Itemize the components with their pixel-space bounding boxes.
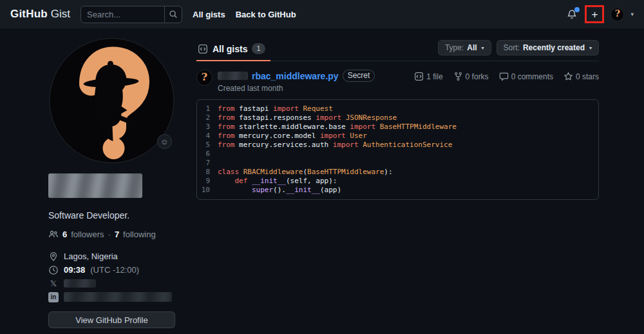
location-text: Lagos, Nigeria [64, 251, 118, 261]
sort-filter-label: Sort: [504, 43, 520, 52]
code-line: 10 super().__init__(app) [197, 186, 598, 195]
code-line: 6 [197, 150, 598, 159]
fork-count-label: 0 forks [466, 72, 489, 81]
tab-all-gists[interactable]: All gists 1 [196, 40, 270, 61]
tab-count-badge: 1 [252, 43, 265, 54]
secret-badge: Secret [343, 70, 375, 82]
redacted-x-handle [64, 279, 96, 288]
x-twitter-icon: 𝕏 [48, 279, 59, 288]
comment-count[interactable]: 0 comments [499, 72, 553, 81]
file-count[interactable]: 1 file [414, 72, 442, 81]
line-number: 2 [197, 113, 218, 123]
following-count: 7 [115, 230, 119, 239]
search-box [80, 6, 182, 23]
local-time: 09:38 [64, 265, 85, 275]
view-github-profile-label: View GitHub Profile [75, 315, 147, 325]
gist-owner-avatar[interactable]: ? [196, 70, 213, 86]
fork-count[interactable]: 0 forks [453, 72, 489, 81]
comment-icon [499, 72, 509, 81]
file-count-label: 1 file [426, 72, 442, 81]
redacted-display-name [48, 173, 142, 198]
followers-label: followers [71, 230, 104, 239]
navbar: GitHub Gist All gists Back to GitHub [0, 0, 644, 28]
set-status-button[interactable]: ☺ [157, 134, 172, 149]
filter-controls: Type: All ▾ Sort: Recently created ▾ [438, 40, 599, 61]
line-number: 1 [197, 104, 218, 113]
line-number: 4 [197, 132, 218, 141]
gist-title-block: rbac_middleware.py Secret Created last m… [218, 70, 375, 93]
line-number: 8 [197, 168, 218, 177]
tab-all-gists-label: All gists [213, 44, 247, 54]
gist-code-preview[interactable]: 1from fastapi import Request2from fastap… [196, 99, 599, 200]
comment-count-label: 0 comments [511, 72, 553, 81]
clock-icon [48, 265, 59, 275]
code-line: 9 def __init__(self, app): [197, 177, 598, 186]
line-number: 10 [197, 186, 218, 195]
location-row: Lagos, Nigeria [48, 250, 175, 263]
line-number: 5 [197, 141, 218, 150]
search-icon [169, 10, 178, 19]
redacted-gist-owner-name [218, 72, 248, 80]
gist-list-item: ? rbac_middleware.py Secret Created last… [196, 70, 599, 200]
code-line: 4from mercury.core.model import User [197, 132, 598, 141]
avatar-question-glyph: ? [202, 72, 207, 83]
star-count-label: 0 stars [576, 72, 599, 81]
profile-avatar[interactable]: ☺ [48, 37, 175, 164]
profile-details: Lagos, Nigeria 09:38 (UTC -12:00) 𝕏 in [48, 250, 175, 304]
view-github-profile-button[interactable]: View GitHub Profile [48, 311, 175, 328]
star-count[interactable]: 0 stars [564, 72, 599, 81]
sort-filter-dropdown[interactable]: Sort: Recently created ▾ [497, 40, 599, 55]
type-filter-value: All [467, 43, 477, 52]
followers-count: 6 [62, 230, 67, 239]
code-line: 1from fastapi import Request [197, 104, 598, 113]
gist-header: ? rbac_middleware.py Secret Created last… [196, 70, 599, 93]
plus-icon: + [592, 9, 598, 20]
code-line: 8class RBACMiddleware(BaseHTTPMiddleware… [197, 168, 598, 177]
gist-created-timestamp: Created last month [218, 84, 375, 93]
logo-gist-text: Gist [51, 8, 70, 21]
sherlock-question-avatar-image [48, 37, 175, 164]
code-line: 2from fastapi.responses import JSONRespo… [197, 113, 598, 123]
code-line: 7 [197, 159, 598, 168]
timezone: (UTC -12:00) [90, 265, 139, 275]
profile-sidebar: ☺ Software Developer. 6 followers · 7 fo… [48, 37, 175, 328]
x-social-row[interactable]: 𝕏 [48, 277, 175, 290]
chevron-down-icon: ▾ [589, 45, 592, 51]
gists-tab-bar: All gists 1 Type: All ▾ Sort: Recently c… [196, 40, 599, 61]
gist-filename-link[interactable]: rbac_middleware.py [252, 71, 339, 81]
type-filter-dropdown[interactable]: Type: All ▾ [438, 40, 491, 55]
sort-filter-value: Recently created [523, 43, 585, 52]
linkedin-social-row[interactable]: in [48, 290, 175, 304]
line-number: 6 [197, 150, 218, 159]
chevron-down-icon: ▾ [482, 45, 484, 51]
github-gist-logo[interactable]: GitHub Gist [10, 8, 70, 21]
notification-dot [574, 7, 580, 12]
line-number: 7 [197, 159, 218, 168]
new-gist-button[interactable]: + [585, 5, 604, 23]
code-line: 5from mercury.services.auth import Authe… [197, 141, 598, 150]
code-lines: 1from fastapi import Request2from fastap… [197, 104, 598, 195]
line-number: 3 [197, 123, 218, 132]
code-square-icon [198, 44, 208, 54]
type-filter-label: Type: [445, 43, 464, 52]
code-line: 3from starlette.middleware.base import B… [197, 123, 598, 132]
navbar-right-group: + ? ▾ [565, 5, 634, 23]
main-content: All gists 1 Type: All ▾ Sort: Recently c… [196, 40, 599, 328]
notifications-button[interactable] [565, 8, 578, 21]
star-icon [564, 72, 573, 81]
user-menu-caret-icon[interactable]: ▾ [630, 11, 634, 17]
followers-row[interactable]: 6 followers · 7 following [48, 229, 175, 239]
nav-link-all-gists[interactable]: All gists [193, 10, 225, 19]
logo-github-text: GitHub [10, 8, 48, 21]
dot-separator: · [108, 230, 111, 239]
search-submit-button[interactable] [164, 6, 182, 23]
search-input[interactable] [81, 6, 164, 23]
following-label: following [123, 230, 156, 239]
user-avatar-mini[interactable]: ? [611, 8, 624, 21]
nav-link-back-to-github[interactable]: Back to GitHub [236, 10, 296, 19]
profile-bio: Software Developer. [48, 210, 175, 221]
gist-meta-row: 1 file 0 forks [414, 70, 599, 81]
avatar-question-glyph: ? [615, 9, 620, 18]
people-icon [48, 229, 59, 239]
local-time-row: 09:38 (UTC -12:00) [48, 263, 175, 277]
